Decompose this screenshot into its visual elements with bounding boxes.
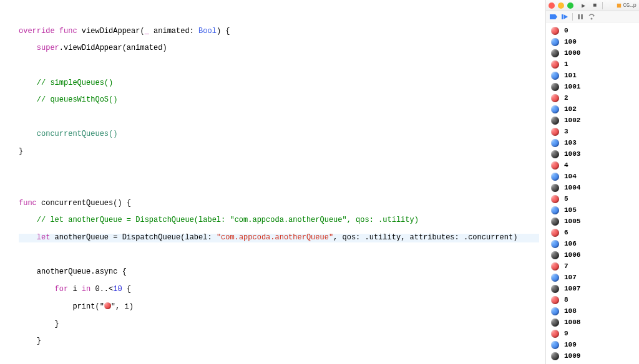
red-circle-icon	[104, 302, 111, 309]
console-value: 1003	[564, 150, 580, 158]
console-value: 103	[564, 139, 577, 146]
console-row: 1	[551, 59, 634, 70]
black-circle-icon	[551, 117, 559, 125]
keyword-override: override	[19, 27, 55, 36]
black-circle-icon	[551, 352, 559, 360]
active-tab[interactable]: CG…p	[617, 2, 637, 9]
keyword-func: func	[19, 199, 37, 208]
console-row: 102	[551, 103, 634, 115]
svg-marker-3	[563, 14, 568, 19]
blue-circle-icon	[551, 38, 559, 46]
debug-bar	[546, 11, 639, 22]
red-circle-icon	[551, 195, 559, 203]
console-value: 6	[564, 229, 568, 236]
console-row: 7	[551, 261, 634, 272]
console-row: 8	[551, 294, 634, 305]
comment: // simpleQueues()	[37, 79, 113, 87]
pause-icon[interactable]	[577, 13, 584, 21]
red-circle-icon	[551, 296, 559, 304]
black-circle-icon	[551, 318, 559, 327]
console-row: 106	[551, 238, 634, 249]
red-circle-icon	[551, 128, 559, 136]
blue-circle-icon	[551, 240, 559, 248]
console-value: 7	[564, 262, 568, 270]
console-value: 109	[564, 341, 577, 348]
highlighted-line: let anotherQueue = DispatchQueue(label: …	[19, 234, 539, 242]
blue-circle-icon	[551, 307, 559, 315]
window-controls[interactable]	[549, 2, 573, 9]
console-row: 103	[551, 137, 634, 148]
svg-rect-2	[562, 14, 563, 19]
console-row: 1000	[551, 47, 634, 59]
blue-circle-icon	[551, 139, 559, 147]
console-row: 2	[551, 92, 634, 103]
console-row: 4	[551, 160, 634, 171]
console-value: 1006	[564, 251, 580, 259]
step-icon[interactable]	[588, 13, 595, 21]
console-value: 4	[564, 161, 568, 169]
black-circle-icon	[551, 150, 559, 158]
blue-circle-icon	[551, 173, 559, 181]
continue-icon[interactable]	[561, 13, 568, 21]
comment: // queuesWithQoS()	[37, 95, 118, 104]
console-value: 9	[564, 330, 568, 337]
blue-circle-icon	[551, 206, 559, 214]
console-value: 0	[564, 27, 568, 34]
console-row: 1007	[551, 283, 634, 294]
console-value: 1000	[564, 49, 580, 57]
console-row: 1004	[551, 182, 634, 193]
console-value: 101	[564, 72, 577, 79]
console-row: 101	[551, 70, 634, 81]
toggle-breakpoints-icon[interactable]	[550, 13, 557, 21]
red-circle-icon	[551, 94, 559, 102]
console-value: 100	[564, 38, 577, 46]
keyword-func: func	[59, 27, 77, 36]
close-window-icon[interactable]	[549, 2, 555, 9]
red-circle-icon	[551, 330, 559, 338]
console-value: 1004	[564, 184, 580, 191]
console-value: 106	[564, 240, 577, 247]
console-value: 1007	[564, 285, 580, 292]
console-row: 105	[551, 204, 634, 216]
console-row: 1001	[551, 81, 634, 92]
console-row: 0	[551, 25, 634, 36]
console-value: 8	[564, 296, 568, 304]
console-value: 5	[564, 195, 568, 203]
console-value: 1002	[564, 117, 580, 124]
window-toolbar: ▶ ■ CG…p	[546, 0, 639, 11]
zoom-window-icon[interactable]	[567, 2, 573, 9]
code-editor[interactable]: override func viewDidAppear(_ animated: …	[0, 0, 545, 364]
svg-rect-0	[617, 3, 621, 7]
console-output[interactable]: 0100100011011001210210023103100341041004…	[546, 22, 639, 364]
console-row: 1003	[551, 148, 634, 160]
debug-console-panel: ▶ ■ CG…p 0100100011011001210210023103100…	[545, 0, 639, 364]
console-row: 1005	[551, 216, 634, 227]
console-value: 1	[564, 60, 568, 68]
svg-point-7	[591, 17, 593, 19]
console-row: 3	[551, 126, 634, 137]
console-value: 102	[564, 105, 577, 113]
svg-rect-4	[578, 14, 580, 19]
stop-icon[interactable]: ■	[591, 2, 598, 9]
console-row: 1006	[551, 249, 634, 261]
console-row: 1008	[551, 317, 634, 328]
blue-circle-icon	[551, 105, 559, 113]
console-row: 108	[551, 305, 634, 317]
console-value: 2	[564, 94, 568, 102]
console-row: 1009	[551, 350, 634, 362]
console-value: 1009	[564, 352, 580, 360]
minimize-window-icon[interactable]	[558, 2, 564, 9]
black-circle-icon	[551, 49, 559, 57]
blue-circle-icon	[551, 72, 559, 80]
black-circle-icon	[551, 285, 559, 293]
red-circle-icon	[551, 27, 559, 35]
black-circle-icon	[551, 218, 559, 226]
type-bool: Bool	[198, 27, 217, 36]
string-literal: "com.appcoda.anotherQueue"	[217, 233, 333, 242]
black-circle-icon	[551, 83, 559, 91]
console-value: 1001	[564, 83, 580, 90]
run-icon[interactable]: ▶	[580, 2, 587, 9]
comment: // let anotherQueue = DispatchQueue(labe…	[37, 216, 419, 224]
console-value: 107	[564, 274, 577, 281]
red-circle-icon	[551, 60, 559, 69]
